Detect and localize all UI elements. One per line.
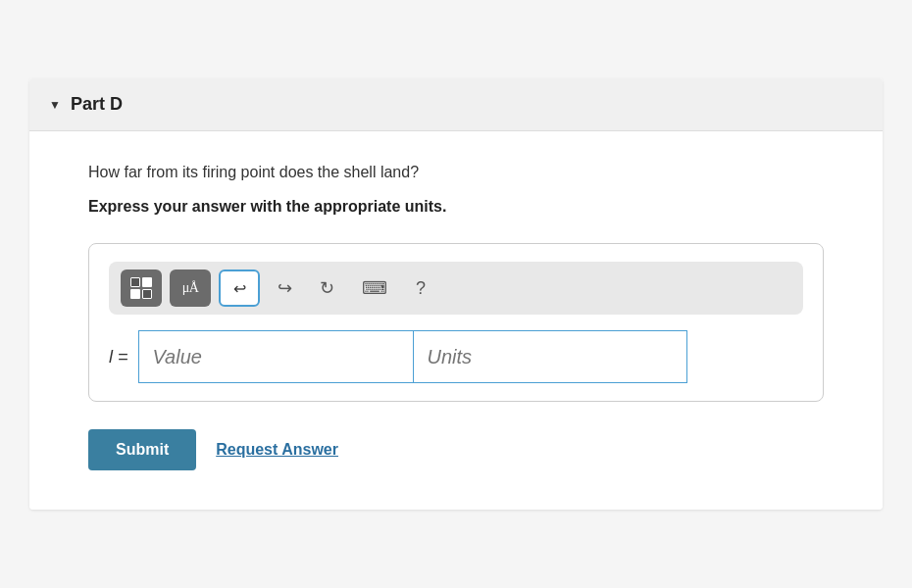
value-input[interactable] bbox=[138, 330, 413, 383]
help-icon: ? bbox=[416, 278, 426, 299]
undo-button[interactable]: ↩ bbox=[219, 270, 260, 307]
chevron-down-icon: ▼ bbox=[49, 98, 61, 112]
grid-button[interactable] bbox=[121, 270, 162, 307]
request-answer-button[interactable]: Request Answer bbox=[216, 441, 338, 459]
redo-button[interactable]: ↪ bbox=[268, 270, 302, 307]
undo-icon: ↩ bbox=[233, 279, 246, 298]
keyboard-button[interactable]: ⌨ bbox=[352, 270, 397, 307]
submit-button[interactable]: Submit bbox=[88, 429, 196, 470]
part-title: Part D bbox=[71, 94, 123, 115]
units-input[interactable] bbox=[413, 330, 687, 383]
variable-label: l = bbox=[109, 347, 128, 368]
actions: Submit Request Answer bbox=[88, 429, 824, 470]
redo-icon: ↪ bbox=[278, 277, 292, 299]
answer-box: μÅ ↩ ↪ ↻ ⌨ ? bbox=[88, 243, 824, 402]
help-button[interactable]: ? bbox=[405, 270, 436, 307]
input-row: l = bbox=[109, 330, 803, 383]
instruction-text: Express your answer with the appropriate… bbox=[88, 198, 824, 216]
question-text: How far from its firing point does the s… bbox=[88, 161, 824, 184]
main-card: ▼ Part D How far from its firing point d… bbox=[29, 78, 883, 510]
part-body: How far from its firing point does the s… bbox=[29, 131, 883, 510]
reload-button[interactable]: ↻ bbox=[310, 270, 344, 307]
mu-button[interactable]: μÅ bbox=[170, 270, 211, 307]
grid-icon bbox=[130, 277, 152, 299]
keyboard-icon: ⌨ bbox=[362, 277, 387, 299]
part-header: ▼ Part D bbox=[29, 78, 883, 131]
toolbar: μÅ ↩ ↪ ↻ ⌨ ? bbox=[109, 262, 803, 315]
reload-icon: ↻ bbox=[320, 277, 334, 299]
